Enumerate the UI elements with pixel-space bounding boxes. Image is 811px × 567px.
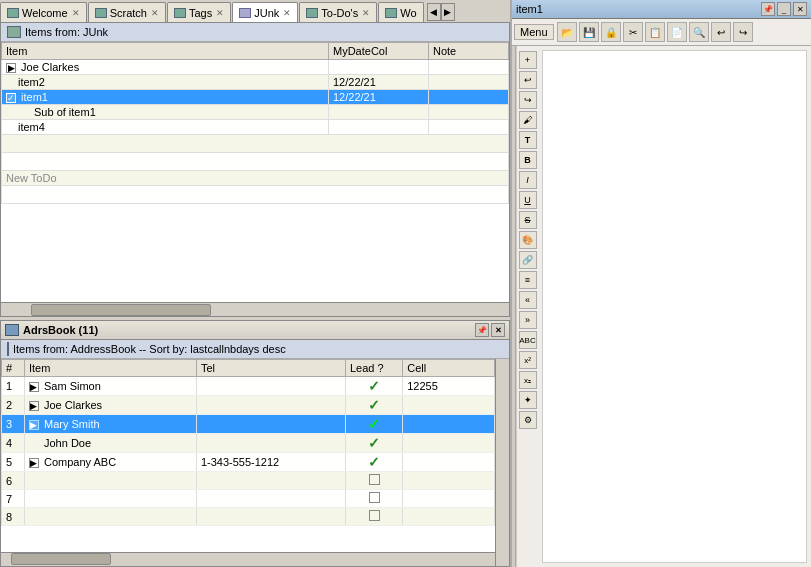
tool-indent-left-btn[interactable]: « bbox=[519, 291, 537, 309]
tool-link-btn[interactable]: 🔗 bbox=[519, 251, 537, 269]
tab-scroll-right[interactable]: ▶ bbox=[441, 3, 455, 21]
table-row[interactable]: 3 ▶ Mary Smith ✓ bbox=[2, 415, 495, 434]
table-row[interactable]: 6 bbox=[2, 472, 495, 490]
junk-col-note[interactable]: Note bbox=[429, 43, 509, 60]
table-row[interactable]: 1 ▶ Sam Simon ✓ 12255 bbox=[2, 377, 495, 396]
table-row[interactable]: item4 bbox=[2, 120, 509, 135]
tab-scroll-left[interactable]: ◀ bbox=[427, 3, 441, 21]
table-row[interactable]: item2 12/22/21 bbox=[2, 75, 509, 90]
toolbar-search-icon[interactable]: 🔍 bbox=[689, 22, 709, 42]
tool-paint-btn[interactable]: 🖌 bbox=[519, 111, 537, 129]
toolbar-undo-icon[interactable]: ↩ bbox=[711, 22, 731, 42]
tab-scratch[interactable]: Scratch ✕ bbox=[88, 2, 166, 22]
tab-junk-close[interactable]: ✕ bbox=[283, 8, 291, 18]
right-minimize-button[interactable]: _ bbox=[777, 2, 791, 16]
table-row[interactable]: Sub of item1 bbox=[2, 105, 509, 120]
adrsbook-pin-button[interactable]: 📌 bbox=[475, 323, 489, 337]
tab-tags-label: Tags bbox=[189, 7, 212, 19]
expand-icon[interactable]: ✓ bbox=[6, 93, 16, 103]
addr-row-item bbox=[24, 490, 196, 508]
tool-color-btn[interactable]: 🎨 bbox=[519, 231, 537, 249]
adrsbook-vertical-scrollbar[interactable] bbox=[495, 359, 509, 566]
tool-wand-btn[interactable]: ✦ bbox=[519, 391, 537, 409]
addr-row-num: 1 bbox=[2, 377, 25, 396]
adrsbook-main: # Item Tel Lead ? Cell 1 ▶ Sam Simon bbox=[1, 359, 495, 566]
tab-welcome-close[interactable]: ✕ bbox=[72, 8, 80, 18]
tab-scratch-label: Scratch bbox=[110, 7, 147, 19]
checkmark-icon: ✓ bbox=[368, 397, 380, 413]
toolbar-redo-icon[interactable]: ↪ bbox=[733, 22, 753, 42]
junk-col-item[interactable]: Item bbox=[2, 43, 329, 60]
expand-icon[interactable]: ▶ bbox=[29, 458, 39, 468]
menu-button[interactable]: Menu bbox=[514, 24, 554, 40]
expand-icon[interactable]: ▶ bbox=[29, 401, 39, 411]
addr-row-num: 2 bbox=[2, 396, 25, 415]
table-row[interactable]: 5 ▶ Company ABC 1-343-555-1212 ✓ bbox=[2, 453, 495, 472]
adrsbook-horizontal-scrollbar[interactable] bbox=[1, 552, 495, 566]
tab-tags[interactable]: Tags ✕ bbox=[167, 2, 231, 22]
expand-icon[interactable]: ▶ bbox=[6, 63, 16, 73]
junk-row-date: 12/22/21 bbox=[329, 90, 429, 105]
tool-settings-btn[interactable]: ⚙ bbox=[519, 411, 537, 429]
table-row[interactable]: ✓ item1 12/22/21 bbox=[2, 90, 509, 105]
right-close-button[interactable]: ✕ bbox=[793, 2, 807, 16]
table-row[interactable]: ▶ Joe Clarkes bbox=[2, 60, 509, 75]
addr-row-cell bbox=[403, 472, 495, 490]
tool-italic-btn[interactable]: I bbox=[519, 171, 537, 189]
adrsbook-col-num[interactable]: # bbox=[2, 360, 25, 377]
adrsbook-scrollbar-thumb[interactable] bbox=[11, 553, 111, 565]
junk-col-date[interactable]: MyDateCol bbox=[329, 43, 429, 60]
adrsbook-col-lead[interactable]: Lead ? bbox=[345, 360, 402, 377]
adrsbook-col-item[interactable]: Item bbox=[24, 360, 196, 377]
tool-subscript-btn[interactable]: x₂ bbox=[519, 371, 537, 389]
table-row[interactable]: 8 bbox=[2, 508, 495, 526]
toolbar-paste-icon[interactable]: 📄 bbox=[667, 22, 687, 42]
tool-bold-btn[interactable]: B bbox=[519, 151, 537, 169]
tab-scratch-close[interactable]: ✕ bbox=[151, 8, 159, 18]
adrsbook-header-icon bbox=[7, 342, 9, 356]
tool-underline-btn[interactable]: U bbox=[519, 191, 537, 209]
toolbar-folder-icon[interactable]: 📂 bbox=[557, 22, 577, 42]
table-row[interactable]: 4 John Doe ✓ bbox=[2, 434, 495, 453]
tab-junk[interactable]: JUnk ✕ bbox=[232, 2, 298, 22]
tab-welcome[interactable]: Welcome ✕ bbox=[0, 2, 87, 22]
table-row[interactable]: 2 ▶ Joe Clarkes ✓ bbox=[2, 396, 495, 415]
tool-list-btn[interactable]: ≡ bbox=[519, 271, 537, 289]
checkbox-empty-icon[interactable] bbox=[369, 492, 380, 503]
addr-row-cell bbox=[403, 490, 495, 508]
junk-row-name: item2 bbox=[18, 76, 45, 88]
expand-icon[interactable]: ▶ bbox=[29, 382, 39, 392]
adrsbook-close-button[interactable]: ✕ bbox=[491, 323, 505, 337]
toolbar-lock-icon[interactable]: 🔒 bbox=[601, 22, 621, 42]
tab-tags-close[interactable]: ✕ bbox=[216, 8, 224, 18]
addr-row-tel bbox=[196, 396, 345, 415]
addr-row-tel: 1-343-555-1212 bbox=[196, 453, 345, 472]
toolbar-save-icon[interactable]: 💾 bbox=[579, 22, 599, 42]
right-pin-button[interactable]: 📌 bbox=[761, 2, 775, 16]
junk-horizontal-scrollbar[interactable] bbox=[1, 302, 509, 316]
junk-scrollbar-thumb[interactable] bbox=[31, 304, 211, 316]
checkbox-empty-icon[interactable] bbox=[369, 510, 380, 521]
right-content-area[interactable] bbox=[542, 50, 807, 563]
adrsbook-col-cell[interactable]: Cell bbox=[403, 360, 495, 377]
table-row[interactable]: 7 bbox=[2, 490, 495, 508]
tool-plus-btn[interactable]: + bbox=[519, 51, 537, 69]
table-row[interactable]: New ToDo bbox=[2, 171, 509, 186]
tool-strikethrough-btn[interactable]: S bbox=[519, 211, 537, 229]
adrsbook-col-tel[interactable]: Tel bbox=[196, 360, 345, 377]
tool-superscript-btn[interactable]: x² bbox=[519, 351, 537, 369]
toolbar-cut-icon[interactable]: ✂ bbox=[623, 22, 643, 42]
tool-indent-right-btn[interactable]: » bbox=[519, 311, 537, 329]
checkbox-empty-icon[interactable] bbox=[369, 474, 380, 485]
expand-icon[interactable]: ▶ bbox=[29, 420, 39, 430]
tool-redo-btn[interactable]: ↪ bbox=[519, 91, 537, 109]
tool-abc-btn[interactable]: ABC bbox=[519, 331, 537, 349]
tab-todos[interactable]: To-Do's ✕ bbox=[299, 2, 377, 22]
tab-todos-close[interactable]: ✕ bbox=[362, 8, 370, 18]
table-row bbox=[2, 153, 509, 171]
tab-wo[interactable]: Wo bbox=[378, 2, 423, 22]
toolbar-copy-icon[interactable]: 📋 bbox=[645, 22, 665, 42]
tool-undo-btn[interactable]: ↩ bbox=[519, 71, 537, 89]
adrsbook-body: # Item Tel Lead ? Cell 1 ▶ Sam Simon bbox=[1, 359, 509, 566]
tool-text-btn[interactable]: T bbox=[519, 131, 537, 149]
